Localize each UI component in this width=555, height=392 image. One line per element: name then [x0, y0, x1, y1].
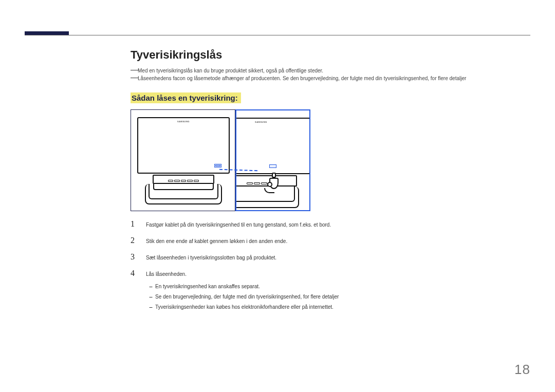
dash-icon: ‒ — [146, 293, 155, 300]
step-number: 3 — [131, 252, 146, 262]
page-number: 18 — [514, 362, 530, 378]
dash-icon: ― — [131, 74, 138, 81]
step-number: 4 — [131, 269, 146, 278]
lock-icon — [267, 174, 282, 192]
header-rule — [25, 35, 530, 35]
note-text: Med en tyverisikringslås kan du bruge pr… — [138, 67, 530, 74]
figure-row: SAMSUNG SAMSUNG — [131, 109, 530, 211]
step-number: 2 — [131, 236, 146, 245]
step-4: 4 Lås låseenheden. — [131, 269, 530, 278]
monitor-illustration: SAMSUNG — [137, 117, 230, 204]
brand-label: SAMSUNG — [177, 120, 190, 123]
dash-icon: ― — [131, 67, 138, 73]
brand-label: SAMSUNG — [255, 121, 267, 123]
step-text: Fastgør kablet på din tyverisikringsenhe… — [146, 221, 331, 229]
figure-overview: SAMSUNG — [131, 109, 235, 211]
note-2: ― Låseenhedens facon og låsemetode afhæn… — [131, 74, 530, 82]
step-3: 3 Sæt låseenheden i tyverisikringsslotte… — [131, 252, 530, 262]
step-number: 1 — [131, 219, 146, 229]
note-1: ― Med en tyverisikringslås kan du bruge … — [131, 67, 530, 74]
note-text: Låseenhedens facon og låsemetode afhænge… — [138, 74, 530, 82]
subsection-title: Sådan låses en tyverisikring: — [131, 92, 241, 103]
lock-slot-icon — [214, 164, 221, 167]
step-text: Lås låseenheden. — [146, 271, 187, 278]
substep: ‒ Tyverisikringsenheder kan købes hos el… — [146, 304, 530, 311]
step-2: 2 Stik den ene ende af kablet gennem løk… — [131, 236, 530, 245]
substep-text: En tyverisikringsenhed kan anskaffes sep… — [155, 283, 260, 290]
monitor-illustration-zoom: SAMSUNG — [236, 118, 309, 208]
section-title: Tyverisikringslås — [131, 48, 530, 62]
step-text: Sæt låseenheden i tyverisikringsslotten … — [146, 254, 276, 262]
dash-icon: ‒ — [146, 304, 155, 310]
substep: ‒ Se den brugervejledning, der fulgte me… — [146, 293, 530, 301]
dash-icon: ‒ — [146, 283, 155, 290]
steps-list: 1 Fastgør kablet på din tyverisikringsen… — [131, 219, 530, 311]
substep-text: Tyverisikringsenheder kan købes hos elek… — [155, 304, 334, 311]
step-1: 1 Fastgør kablet på din tyverisikringsen… — [131, 219, 530, 229]
substeps: ‒ En tyverisikringsenhed kan anskaffes s… — [146, 283, 530, 311]
step-text: Stik den ene ende af kablet gennem løkke… — [146, 238, 287, 245]
lock-slot-icon — [269, 164, 276, 168]
figure-zoom: SAMSUNG — [235, 109, 310, 211]
substep: ‒ En tyverisikringsenhed kan anskaffes s… — [146, 283, 530, 290]
page: Tyverisikringslås ― Med en tyverisikring… — [0, 0, 555, 392]
substep-text: Se den brugervejledning, der fulgte med … — [155, 293, 339, 301]
content: Tyverisikringslås ― Med en tyverisikring… — [131, 48, 530, 311]
